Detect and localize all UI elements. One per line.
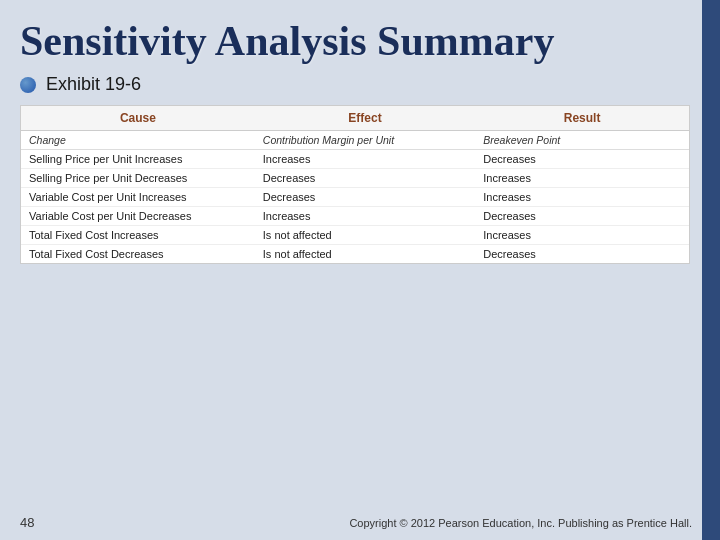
col-header-effect: Effect [255, 106, 475, 131]
cell-effect: Is not affected [255, 245, 475, 264]
cell-result: Increases [475, 226, 689, 245]
cell-effect: Is not affected [255, 226, 475, 245]
cell-cause: Total Fixed Cost Decreases [21, 245, 255, 264]
cell-result: Decreases [475, 245, 689, 264]
sensitivity-table: Cause Effect Result Change Contribution … [21, 106, 689, 263]
subheader-cause: Change [21, 131, 255, 150]
cell-result: Decreases [475, 207, 689, 226]
cell-result: Decreases [475, 150, 689, 169]
col-header-cause: Cause [21, 106, 255, 131]
subheader-result: Breakeven Point [475, 131, 689, 150]
exhibit-row: Exhibit 19-6 [20, 74, 672, 95]
cell-cause: Selling Price per Unit Decreases [21, 169, 255, 188]
cell-effect: Increases [255, 207, 475, 226]
cell-result: Increases [475, 169, 689, 188]
cell-effect: Increases [255, 150, 475, 169]
subheader-effect: Contribution Margin per Unit [255, 131, 475, 150]
cell-effect: Decreases [255, 188, 475, 207]
cell-effect: Decreases [255, 169, 475, 188]
table-row: Variable Cost per Unit IncreasesDecrease… [21, 188, 689, 207]
page-number: 48 [20, 515, 34, 530]
cell-cause: Variable Cost per Unit Decreases [21, 207, 255, 226]
table-row: Variable Cost per Unit DecreasesIncrease… [21, 207, 689, 226]
cell-cause: Variable Cost per Unit Increases [21, 188, 255, 207]
table-row: Total Fixed Cost IncreasesIs not affecte… [21, 226, 689, 245]
right-accent-bar [702, 0, 720, 540]
page-title: Sensitivity Analysis Summary [20, 18, 672, 64]
exhibit-label: Exhibit 19-6 [46, 74, 141, 95]
table-row: Selling Price per Unit IncreasesIncrease… [21, 150, 689, 169]
copyright-text: Copyright © 2012 Pearson Education, Inc.… [349, 517, 692, 529]
footer: 48 Copyright © 2012 Pearson Education, I… [20, 515, 692, 530]
table-subheader-row: Change Contribution Margin per Unit Brea… [21, 131, 689, 150]
table-header-row: Cause Effect Result [21, 106, 689, 131]
table-row: Selling Price per Unit DecreasesDecrease… [21, 169, 689, 188]
exhibit-table-container: Cause Effect Result Change Contribution … [20, 105, 690, 264]
cell-cause: Selling Price per Unit Increases [21, 150, 255, 169]
bullet-icon [20, 77, 36, 93]
table-row: Total Fixed Cost DecreasesIs not affecte… [21, 245, 689, 264]
cell-cause: Total Fixed Cost Increases [21, 226, 255, 245]
col-header-result: Result [475, 106, 689, 131]
main-content: Sensitivity Analysis Summary Exhibit 19-… [0, 0, 702, 286]
cell-result: Increases [475, 188, 689, 207]
